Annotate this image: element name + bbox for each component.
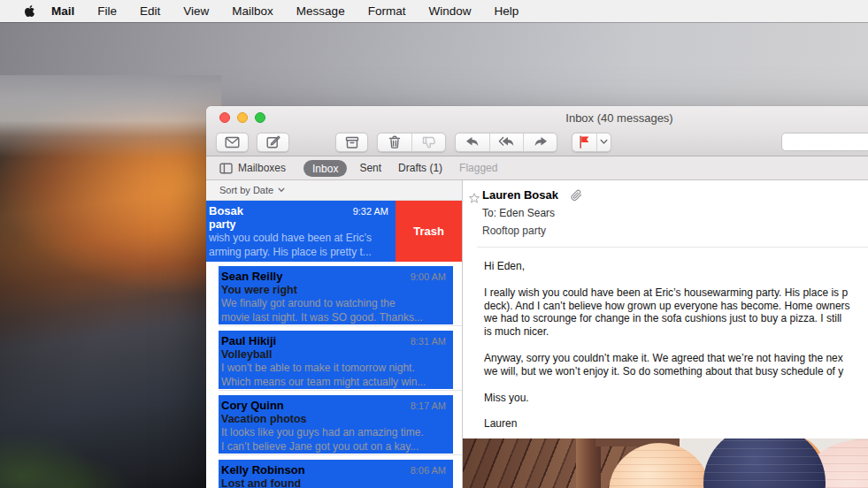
menu-item[interactable]: View	[183, 4, 209, 18]
chevron-down-icon	[278, 187, 285, 193]
sort-control[interactable]: Sort by Date	[206, 180, 462, 201]
message-subject-line: Rooftop party	[482, 225, 868, 247]
message-list-row[interactable]: Bosak 9:32 AM party wish you could have …	[206, 201, 462, 262]
zoom-button[interactable]	[255, 112, 265, 123]
trash-junk-group	[377, 133, 446, 152]
preview-line-2: Which means our team might actually win.…	[221, 376, 446, 390]
title-bar[interactable]: Inbox (40 messages)	[206, 106, 868, 128]
mailboxes-toggle[interactable]: Mailboxes	[219, 162, 286, 174]
message-list-pane: Sort by Date Bosak 9:32 AM party wish yo…	[206, 180, 463, 488]
menu-item[interactable]: Message	[296, 4, 345, 18]
trash-icon	[388, 135, 401, 149]
sidebar-icon	[219, 163, 233, 174]
body-paragraph: Miss you.	[484, 392, 868, 405]
close-button[interactable]	[219, 112, 230, 123]
message-from: Lauren Bosak	[482, 188, 558, 202]
window-chrome: Inbox (40 messages)	[206, 106, 868, 156]
menu-item[interactable]: Edit	[140, 4, 160, 18]
chevron-down-icon	[600, 139, 608, 145]
message-to-line: To: Eden Sears	[482, 207, 868, 219]
message-sender: Bosak	[209, 204, 243, 217]
message-sender: Cory Quinn	[221, 399, 284, 412]
delete-button[interactable]	[378, 133, 411, 151]
body-paragraph: I really wish you could have been at Eri…	[484, 286, 868, 339]
favorites-tab[interactable]: Flagged	[459, 162, 497, 174]
favorites-tab[interactable]: Inbox	[303, 160, 347, 177]
mailboxes-label: Mailboxes	[238, 162, 286, 174]
message-subject: party	[209, 218, 388, 231]
message-list-row[interactable]: Cory Quinn 8:17 AM Vacation photos It lo…	[206, 391, 462, 455]
toolbar	[206, 128, 868, 156]
body-line: Anyway, sorry you couldn’t make it. We a…	[484, 352, 868, 365]
menu-item[interactable]: Mail	[51, 4, 74, 18]
preview-line-2: arming party. His place is pretty t...	[209, 246, 388, 260]
compose-icon	[266, 135, 280, 149]
get-mail-button[interactable]	[216, 133, 249, 152]
photo-lantern-navy	[703, 438, 826, 488]
message-sender: Paul Hikiji	[221, 334, 276, 347]
message-preview: It looks like you guys had an amazing ti…	[221, 426, 446, 454]
reply-button[interactable]	[456, 133, 489, 151]
content-area: Sort by Date Bosak 9:32 AM party wish yo…	[206, 180, 868, 488]
minimize-button[interactable]	[237, 112, 248, 123]
menu-item[interactable]: File	[97, 4, 117, 18]
message-header: Lauren Bosak To: Eden Sears Rooftop part…	[463, 180, 868, 247]
body-paragraph: Lauren	[484, 417, 868, 431]
forward-icon	[534, 136, 548, 148]
reply-icon	[465, 136, 480, 148]
flag-group	[572, 133, 611, 152]
archive-icon	[345, 136, 359, 149]
favorites-tab[interactable]: Sent	[359, 162, 381, 174]
message-time: 8:31 AM	[411, 336, 446, 347]
junk-button[interactable]	[411, 133, 445, 151]
compose-button[interactable]	[257, 133, 289, 152]
reply-group	[455, 133, 557, 152]
message-preview: I won’t be able to make it tomorrow nigh…	[221, 362, 446, 389]
search-input[interactable]	[781, 133, 868, 151]
message-subject: You were right	[221, 284, 446, 296]
flag-icon	[579, 135, 590, 149]
menu-item[interactable]: Window	[428, 4, 471, 18]
body-paragraph: Anyway, sorry you couldn’t make it. We a…	[484, 352, 868, 378]
message-time: 8:17 AM	[411, 400, 446, 411]
message-time: 9:32 AM	[353, 206, 388, 217]
favorites-tab[interactable]: Drafts (1)	[398, 162, 442, 174]
body-line: is much nicer.	[484, 325, 868, 339]
favorites-bar: Mailboxes InboxSentDrafts (1)Flagged	[206, 156, 868, 180]
attachment-photo	[463, 438, 868, 488]
message-sender: Sean Reilly	[221, 270, 282, 283]
menu-item[interactable]: Format	[368, 4, 406, 18]
body-line: we will, but we won’t enjoy it. So do so…	[484, 365, 868, 378]
message-preview: We finally got around to watching the mo…	[221, 297, 446, 324]
message-subject: Volleyball	[221, 348, 446, 361]
preview-line-2: I can’t believe Jane got you out on a ka…	[221, 440, 446, 454]
flag-menu-button[interactable]	[596, 133, 611, 151]
preview-line-1: We finally got around to watching the	[221, 297, 446, 311]
traffic-lights	[219, 112, 265, 123]
sort-label: Sort by Date	[219, 185, 273, 195]
message-list: Bosak 9:32 AM party wish you could have …	[206, 201, 462, 488]
star-icon[interactable]	[469, 191, 480, 207]
message-subject: Lost and found	[221, 477, 446, 488]
forward-button[interactable]	[523, 133, 557, 151]
message-list-row[interactable]: Sean Reilly 9:00 AM You were right We fi…	[206, 262, 462, 326]
reply-all-icon	[498, 136, 515, 148]
apple-menu[interactable]	[24, 4, 35, 18]
favorites-tabs: InboxSentDrafts (1)Flagged	[303, 162, 514, 174]
envelope-icon	[225, 136, 240, 149]
body-line: we had to scrounge for change in the sof…	[484, 312, 868, 325]
wallpaper-cliff	[0, 75, 221, 488]
trash-swipe-button[interactable]: Trash	[396, 201, 462, 262]
reply-all-button[interactable]	[489, 133, 523, 151]
thumbs-down-icon	[422, 136, 436, 149]
message-list-row[interactable]: Kelly Robinson 8:06 AM Lost and found	[206, 455, 462, 488]
flag-button[interactable]	[572, 133, 596, 151]
body-line: I really wish you could have been at Eri…	[484, 286, 868, 300]
menu-item[interactable]: Help	[494, 4, 518, 18]
archive-button[interactable]	[335, 133, 368, 152]
body-line: deck). And I can’t believe how grown up …	[484, 300, 868, 313]
menu-item[interactable]: Mailbox	[232, 4, 273, 18]
message-list-row[interactable]: Paul Hikiji 8:31 AM Volleyball I won’t b…	[206, 326, 462, 391]
preview-line-1: wish you could have been at Eric’s	[209, 232, 388, 246]
menu-bar: MailFileEditViewMailboxMessageFormatWind…	[0, 0, 868, 22]
